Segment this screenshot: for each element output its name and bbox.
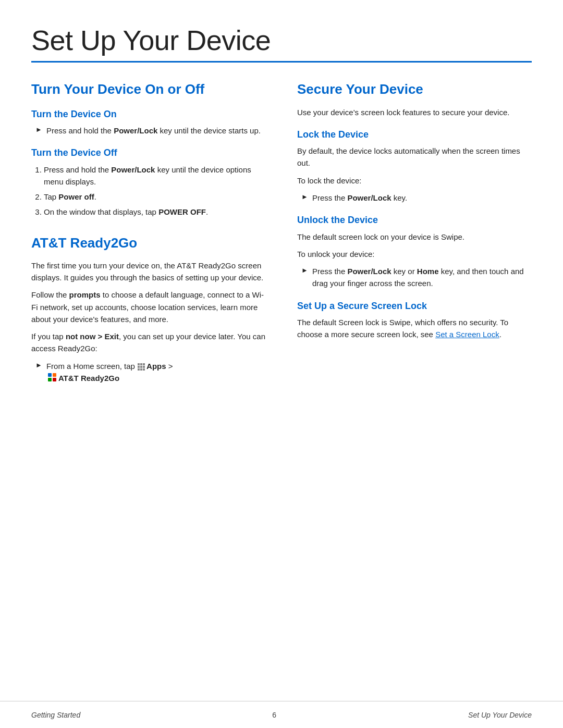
unlock-device-bullet: ► Press the Power/Lock key or Home key, … [297,265,532,290]
atandt-para3: If you tap not now > Exit, you can set u… [31,330,266,355]
arrow-icon-1: ► [35,126,42,133]
lock-device-para2: To lock the device: [297,175,532,187]
power-lock-bold-2: Power/Lock [111,165,155,174]
apps-label-bold: Apps [146,362,166,371]
svg-rect-9 [48,373,52,377]
svg-rect-2 [143,363,145,365]
home-bold: Home [417,267,439,276]
secure-screen-lock-subsection: Set Up a Secure Screen Lock The default … [297,300,532,341]
turn-on-heading: Turn the Device On [31,108,266,120]
svg-rect-7 [140,368,142,371]
svg-rect-6 [138,368,140,371]
power-off-bold: Power off [58,192,94,201]
lock-device-subsection: Lock the Device By default, the device l… [297,129,532,204]
att-ready2go-icon [47,373,57,382]
turn-on-text: Press and hold the Power/Lock key until … [46,125,261,137]
turn-on-subsection: Turn the Device On ► Press and hold the … [31,108,266,137]
unlock-device-para2: To unlock your device: [297,248,532,260]
svg-rect-0 [138,363,140,365]
turn-off-step-1: Press and hold the Power/Lock key until … [44,164,266,188]
footer-left-text: Getting Started [31,711,80,719]
unlock-device-heading: Unlock the Device [297,214,532,226]
lock-device-bullet: ► Press the Power/Lock key. [297,192,532,204]
power-lock-bold-3: Power/Lock [347,193,391,202]
power-lock-bold-4: Power/Lock [347,267,391,276]
page-footer: Getting Started 6 Set Up Your Device [0,701,563,728]
turn-off-list: Press and hold the Power/Lock key until … [31,164,266,218]
footer-right-text: Set Up Your Device [468,711,532,719]
atandt-para1: The first time you turn your device on, … [31,260,266,284]
secure-intro-text: Use your device’s screen lock features t… [297,106,532,118]
prompts-bold: prompts [69,290,101,299]
arrow-icon-3: ► [301,193,308,201]
svg-rect-1 [140,363,142,365]
svg-rect-3 [138,366,140,368]
atandt-section: AT&T Ready2Go The first time you turn yo… [31,235,266,386]
atandt-para2: Follow the prompts to choose a default l… [31,289,266,325]
atandt-bullet-text: From a Home screen, tap [46,360,173,386]
content-columns: Turn Your Device On or Off Turn the Devi… [31,81,532,390]
svg-rect-12 [53,378,56,381]
atandt-bullet: ► From a Home screen, tap [31,360,266,386]
page: Set Up Your Device Turn Your Device On o… [0,0,563,728]
atandt-heading: AT&T Ready2Go [31,235,266,251]
secure-device-heading: Secure Your Device [297,81,532,97]
secure-device-section: Secure Your Device Use your device’s scr… [297,81,532,340]
power-lock-bold-1: Power/Lock [114,126,157,135]
turn-off-heading: Turn the Device Off [31,147,266,159]
turn-device-heading: Turn Your Device On or Off [31,81,266,97]
arrow-icon-4: ► [301,266,308,274]
svg-rect-8 [143,368,145,371]
footer-page-number: 6 [272,711,276,719]
arrow-icon-2: ► [35,361,42,369]
turn-off-step-3: On the window that displays, tap POWER O… [44,206,266,218]
svg-rect-4 [140,366,142,368]
att-ready2go-label: AT&T Re​ady2Go [58,372,119,384]
turn-off-subsection: Turn the Device Off Press and hold the P… [31,147,266,218]
not-now-bold: not now > Exit [66,332,119,341]
left-column: Turn Your Device On or Off Turn the Devi… [31,81,266,390]
power-off-caps-bold: POWER OFF [158,207,206,216]
lock-device-bullet-text: Press the Power/Lock key. [312,192,407,204]
page-title: Set Up Your Device [31,25,532,56]
svg-rect-11 [48,378,52,381]
turn-device-section: Turn Your Device On or Off Turn the Devi… [31,81,266,218]
right-column: Secure Your Device Use your device’s scr… [297,81,532,390]
turn-off-step-2: Tap Power off. [44,191,266,203]
svg-rect-10 [53,373,56,377]
title-divider [31,61,532,63]
set-screen-lock-link[interactable]: Set a Screen Lock [435,330,499,339]
apps-icon [137,362,145,371]
lock-device-heading: Lock the Device [297,129,532,141]
unlock-device-para1: The default screen lock on your device i… [297,231,532,243]
secure-screen-lock-text: The default Screen lock is Swipe, which … [297,316,532,341]
svg-rect-5 [143,366,145,368]
unlock-device-bullet-text: Press the Power/Lock key or Home key, an… [312,265,532,290]
turn-on-bullet: ► Press and hold the Power/Lock key unti… [31,125,266,137]
lock-device-para1: By default, the device locks automatical… [297,145,532,169]
secure-screen-lock-heading: Set Up a Secure Screen Lock [297,300,532,312]
unlock-device-subsection: Unlock the Device The default screen loc… [297,214,532,289]
